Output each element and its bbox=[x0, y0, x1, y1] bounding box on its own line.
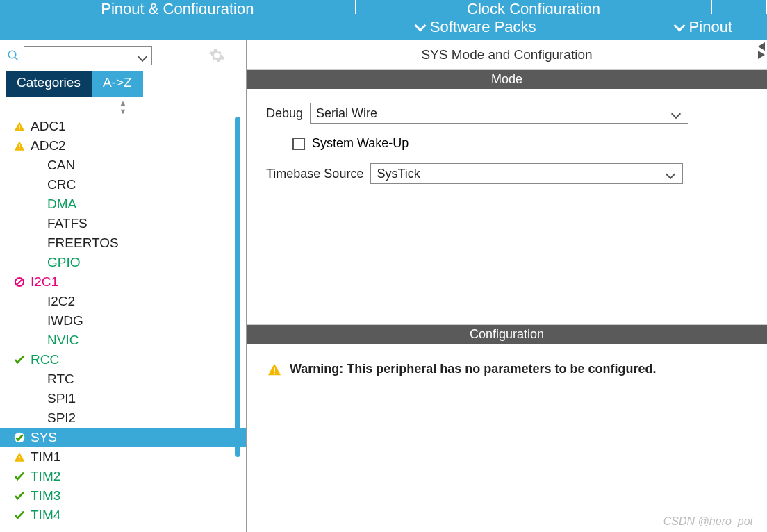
status-icon bbox=[14, 510, 25, 521]
status-icon bbox=[14, 451, 25, 463]
periph-item-i2c1[interactable]: I2C1 bbox=[0, 272, 246, 292]
svg-rect-12 bbox=[274, 373, 275, 374]
periph-label: TIM1 bbox=[31, 449, 60, 465]
status-icon bbox=[31, 199, 42, 210]
svg-rect-5 bbox=[19, 148, 19, 149]
svg-rect-3 bbox=[19, 128, 19, 129]
watermark: CSDN @hero_pot bbox=[663, 515, 753, 528]
svg-rect-11 bbox=[274, 367, 275, 372]
resize-grip-icon[interactable]: ▲▼ bbox=[0, 97, 246, 117]
periph-item-adc1[interactable]: ADC1 bbox=[0, 117, 246, 136]
periph-label: NVIC bbox=[47, 333, 79, 348]
periph-item-sys[interactable]: SYS bbox=[0, 428, 246, 447]
periph-label: SPI1 bbox=[47, 391, 76, 406]
status-icon bbox=[31, 335, 42, 346]
periph-item-tim1[interactable]: TIM1 bbox=[0, 447, 246, 467]
periph-item-spi1[interactable]: SPI1 bbox=[0, 389, 246, 408]
periph-label: TIM2 bbox=[31, 469, 60, 484]
periph-item-i2c2[interactable]: I2C2 bbox=[0, 292, 246, 311]
periph-item-rcc[interactable]: RCC bbox=[0, 350, 246, 369]
svg-line-7 bbox=[16, 279, 22, 285]
periph-label: SYS bbox=[31, 430, 57, 445]
tab-categories[interactable]: Categories bbox=[6, 71, 92, 97]
status-icon bbox=[31, 374, 42, 385]
svg-rect-10 bbox=[19, 459, 19, 460]
periph-item-crc[interactable]: CRC bbox=[0, 175, 246, 194]
status-icon bbox=[14, 471, 25, 482]
status-icon bbox=[14, 490, 25, 501]
config-panel: Warning: This peripheral has no paramete… bbox=[247, 344, 767, 394]
svg-rect-4 bbox=[19, 144, 19, 147]
periph-item-nvic[interactable]: NVIC bbox=[0, 331, 246, 350]
scrollbar[interactable] bbox=[235, 117, 240, 457]
top-tab-bar: Pinout & Configuration Clock Configurati… bbox=[0, 0, 767, 14]
timebase-dropdown[interactable]: SysTick bbox=[370, 163, 683, 184]
periph-label: IWDG bbox=[47, 313, 83, 329]
periph-item-can[interactable]: CAN bbox=[0, 156, 246, 175]
status-icon bbox=[31, 257, 42, 268]
status-icon bbox=[31, 160, 42, 171]
tab-alphabetical[interactable]: A->Z bbox=[92, 71, 143, 97]
status-icon bbox=[31, 315, 42, 326]
left-panel: Categories A->Z ▲▼ ADC1ADC2CANCRCDMAFATF… bbox=[0, 40, 247, 532]
right-panel: SYS Mode and Configuration Mode Debug Se… bbox=[247, 40, 767, 532]
tab-clock-config[interactable]: Clock Configuration bbox=[356, 0, 713, 14]
wakeup-label: System Wake-Up bbox=[312, 136, 409, 151]
periph-label: GPIO bbox=[47, 255, 81, 270]
status-icon bbox=[14, 140, 25, 151]
periph-label: RTC bbox=[47, 372, 74, 387]
periph-item-fatfs[interactable]: FATFS bbox=[0, 214, 246, 233]
status-icon bbox=[31, 393, 42, 404]
tab-pinout-config[interactable]: Pinout & Configuration bbox=[0, 0, 356, 14]
status-icon bbox=[31, 413, 42, 424]
chevron-down-icon bbox=[414, 20, 426, 32]
periph-label: ADC2 bbox=[31, 138, 66, 153]
wakeup-checkbox[interactable] bbox=[292, 138, 305, 150]
sub-tab-software-packs[interactable]: Software Packs bbox=[416, 18, 536, 36]
search-row bbox=[0, 40, 246, 71]
search-select[interactable] bbox=[24, 46, 152, 65]
status-icon bbox=[14, 276, 25, 288]
sub-tab-pinout[interactable]: Pinout bbox=[675, 18, 732, 36]
mode-section-header: Mode bbox=[247, 70, 767, 89]
periph-label: FATFS bbox=[47, 216, 88, 231]
peripheral-list: ADC1ADC2CANCRCDMAFATFSFREERTOSGPIOI2C1I2… bbox=[0, 117, 246, 532]
status-icon bbox=[14, 432, 25, 443]
periph-item-spi2[interactable]: SPI2 bbox=[0, 408, 246, 428]
periph-item-tim3[interactable]: TIM3 bbox=[0, 486, 246, 506]
wakeup-row: System Wake-Up bbox=[292, 136, 748, 151]
periph-item-rtc[interactable]: RTC bbox=[0, 369, 246, 389]
periph-label: TIM4 bbox=[31, 508, 60, 523]
periph-item-tim4[interactable]: TIM4 bbox=[0, 506, 246, 525]
periph-label: ADC1 bbox=[31, 119, 66, 134]
periph-item-dma[interactable]: DMA bbox=[0, 194, 246, 214]
config-title: SYS Mode and Configuration bbox=[247, 40, 767, 70]
arrow-left-icon bbox=[758, 42, 765, 51]
periph-label: RCC bbox=[31, 352, 59, 367]
periph-item-adc2[interactable]: ADC2 bbox=[0, 136, 246, 156]
periph-label: SPI2 bbox=[47, 410, 76, 426]
periph-label: I2C1 bbox=[31, 274, 58, 290]
gear-icon[interactable] bbox=[208, 47, 225, 64]
status-icon bbox=[31, 296, 42, 307]
periph-label: DMA bbox=[47, 197, 76, 212]
periph-item-freertos[interactable]: FREERTOS bbox=[0, 233, 246, 253]
periph-item-gpio[interactable]: GPIO bbox=[0, 253, 246, 272]
periph-label: TIM3 bbox=[31, 488, 60, 504]
warning-text: Warning: This peripheral has no paramete… bbox=[290, 362, 656, 376]
status-icon bbox=[31, 218, 42, 229]
sub-tab-label: Pinout bbox=[689, 18, 732, 36]
sub-tab-bar: Software Packs Pinout bbox=[0, 14, 767, 40]
periph-item-iwdg[interactable]: IWDG bbox=[0, 311, 246, 331]
debug-row: Debug Serial Wire bbox=[266, 103, 748, 124]
timebase-row: Timebase Source SysTick bbox=[266, 163, 748, 184]
periph-item-tim2[interactable]: TIM2 bbox=[0, 467, 246, 486]
svg-rect-2 bbox=[19, 125, 19, 128]
status-icon bbox=[31, 179, 42, 190]
arrow-right-icon bbox=[758, 51, 765, 59]
periph-label: CRC bbox=[47, 177, 76, 192]
tab-third[interactable] bbox=[712, 0, 767, 14]
debug-dropdown[interactable]: Serial Wire bbox=[310, 103, 688, 124]
debug-label: Debug bbox=[266, 106, 303, 121]
panel-scroll-arrows[interactable] bbox=[757, 43, 766, 58]
